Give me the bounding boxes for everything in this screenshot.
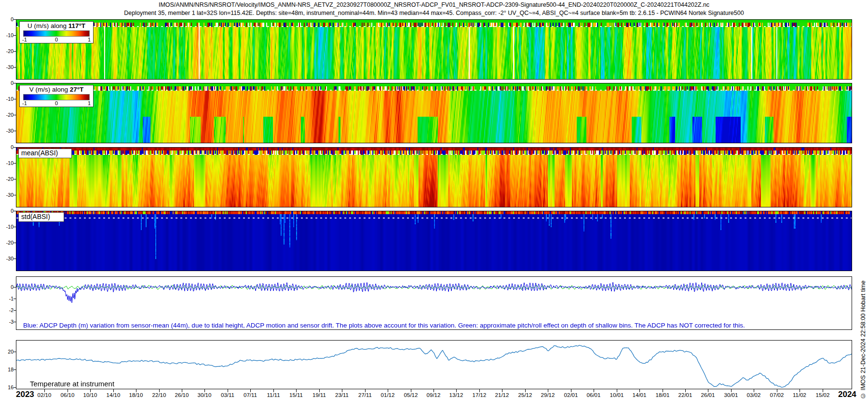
x-tick-mark (502, 389, 502, 392)
x-tick-mark (411, 389, 411, 392)
v-colorbar-tick-mid: 0 (52, 100, 61, 106)
x-tick-label: 09/12 (427, 392, 441, 398)
y-tick-label: 0 (0, 16, 14, 22)
x-tick-label: 21/12 (495, 392, 509, 398)
y-tick-label: 0 (0, 80, 14, 86)
x-tick-mark (617, 389, 617, 392)
x-tick-label: 17/12 (473, 392, 487, 398)
y-tick-label: -3 (0, 319, 14, 325)
y-tick-label: -2 (0, 307, 14, 313)
y-tick-label: -1 (0, 296, 14, 301)
depth-variation-note: Blue: ADCP Depth (m) variation from sens… (23, 322, 745, 329)
v-velocity-heatmap-canvas (16, 83, 852, 143)
x-tick-label: 10/10 (83, 392, 97, 398)
y-tick-label: 0 (0, 144, 14, 150)
y-tick-mark (14, 310, 16, 311)
x-tick-mark (296, 389, 297, 392)
u-colorbar-ticks: -1 0 1 (20, 37, 93, 43)
x-tick-label: 01/12 (381, 392, 395, 398)
x-tick-label: 29/12 (541, 392, 555, 398)
mean-absi-label: mean(ABSI) (18, 149, 72, 158)
panel-v-velocity: V (m/s) along 27°T -1 0 1 (16, 83, 852, 143)
x-tick-mark (823, 389, 823, 392)
u-legend-title-text: U (m/s) along (27, 22, 68, 29)
u-legend-title: U (m/s) along 117°T (20, 22, 93, 30)
x-tick-mark (663, 389, 663, 392)
y-tick-mark (14, 195, 16, 195)
x-tick-mark (273, 389, 274, 392)
panel-temperature: Temperature at instrument (16, 340, 852, 389)
u-velocity-heatmap-canvas (16, 20, 852, 79)
u-colorbar-tick-mid: 0 (52, 37, 61, 42)
y-tick-mark (14, 211, 16, 211)
x-tick-label: 15/02 (816, 392, 830, 398)
x-tick-mark (731, 389, 732, 392)
panel-u-velocity: U (m/s) along 117°T -1 0 1 (16, 19, 852, 80)
y-tick-label: -20 (0, 48, 14, 54)
panel-mean-absi: mean(ABSI) (16, 147, 852, 207)
y-tick-label: 18 (0, 367, 14, 372)
x-tick-label: 30/01 (724, 392, 738, 398)
y-tick-mark (14, 115, 16, 115)
x-tick-label: 10/01 (610, 392, 624, 398)
v-colorbar-legend: V (m/s) along 27°T -1 0 1 (19, 85, 94, 107)
y-tick-mark (14, 83, 16, 83)
x-tick-label: 18/10 (129, 392, 143, 398)
y-tick-mark (14, 352, 16, 352)
y-tick-mark (14, 35, 16, 36)
y-tick-mark (14, 259, 16, 259)
x-axis-year-2024: 2024 (838, 390, 856, 399)
imos-timestamp-watermark: © IMOS 21-Dec-2024 22:58:00 Hobart time (860, 237, 867, 399)
y-tick-label: 0 (0, 284, 14, 290)
x-tick-mark (319, 389, 320, 392)
y-tick-mark (14, 299, 16, 299)
panel-depth-variation: Blue: ADCP Depth (m) variation from sens… (16, 276, 852, 330)
y-tick-label: -10 (0, 32, 14, 38)
u-colorbar-tick-min: -1 (22, 37, 31, 42)
y-tick-label: -30 (0, 128, 14, 134)
x-tick-label: 30/10 (198, 392, 212, 398)
x-tick-mark (182, 389, 182, 392)
x-tick-mark (204, 389, 205, 392)
x-tick-mark (434, 389, 434, 392)
x-tick-label: 03/02 (747, 392, 761, 398)
y-tick-label: -10 (0, 96, 14, 102)
x-tick-label: 07/02 (770, 392, 784, 398)
v-colorbar-gradient (23, 94, 90, 100)
x-tick-label: 19/11 (312, 392, 326, 398)
x-tick-mark (113, 389, 114, 392)
x-tick-mark (777, 389, 777, 392)
v-colorbar-tick-max: 1 (82, 100, 91, 106)
mean-absi-heatmap-canvas (16, 148, 852, 207)
x-tick-mark (548, 389, 548, 392)
y-tick-mark (14, 322, 16, 322)
u-colorbar-tick-max: 1 (82, 37, 91, 42)
y-tick-mark (14, 243, 16, 243)
u-colorbar-legend: U (m/s) along 117°T -1 0 1 (19, 21, 94, 43)
x-tick-mark (159, 389, 160, 392)
y-tick-label: 20 (0, 349, 14, 355)
v-legend-title: V (m/s) along 27°T (20, 85, 93, 94)
x-tick-mark (754, 389, 754, 392)
x-tick-label: 26/10 (175, 392, 189, 398)
x-tick-label: 07/11 (244, 392, 257, 398)
std-absi-heatmap-canvas (16, 211, 852, 271)
std-absi-label: std(ABSI) (18, 212, 64, 222)
v-colorbar-tick-min: -1 (22, 100, 31, 106)
x-tick-label: 13/12 (449, 392, 463, 398)
x-tick-label: 02/01 (564, 392, 578, 398)
x-axis-year-2023: 2023 (16, 390, 34, 399)
v-legend-title-text: V (m/s) along (29, 86, 70, 93)
x-tick-label: 27/11 (358, 392, 372, 398)
x-tick-mark (800, 389, 800, 392)
u-legend-title-heading: 117°T (68, 22, 85, 29)
figure-subtitle-deployment: Deployment 35, member 1 lat=32S lon=115.… (0, 10, 868, 16)
y-tick-mark (14, 147, 16, 148)
y-tick-mark (14, 19, 16, 20)
figure-title-filename: IMOS/ANMN/NRS/NRSROT/Velocity/IMOS_ANMN-… (0, 1, 868, 8)
y-tick-mark (14, 369, 16, 370)
y-tick-label: -30 (0, 64, 14, 70)
y-tick-label: 0 (0, 208, 14, 214)
y-tick-mark (14, 287, 16, 287)
y-tick-label: -20 (0, 240, 14, 246)
